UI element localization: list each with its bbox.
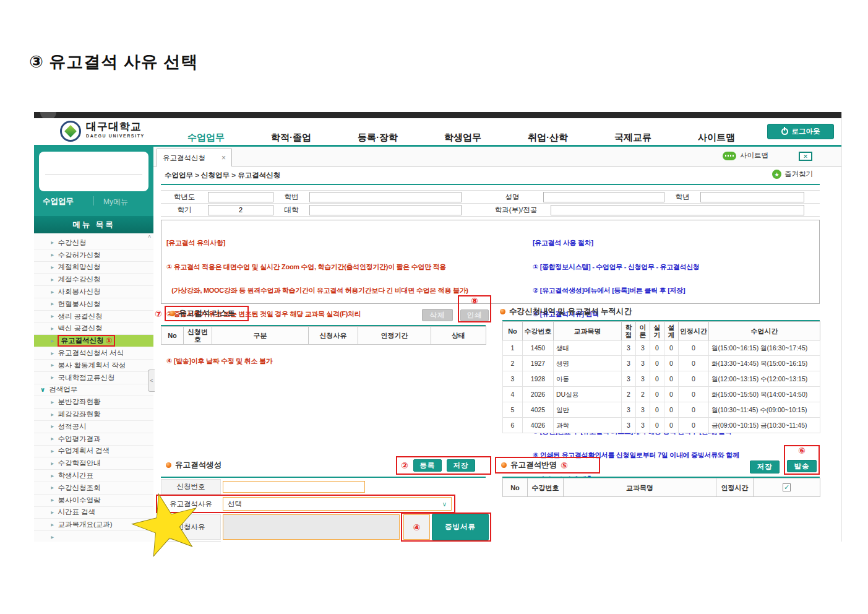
name-label: 성명 [481, 192, 543, 202]
nav-item-student[interactable]: 학생업무 [444, 132, 481, 144]
nav-item-classwork[interactable]: 수업업무 [187, 132, 225, 144]
creation-save-button[interactable]: 저장 [447, 459, 475, 472]
sidebar-item[interactable]: ▶수강신청조회 [34, 482, 153, 495]
year-input[interactable] [208, 192, 273, 202]
student-form-row-1: 학년도 학번 성명 학년 [161, 191, 820, 204]
sidebar-item[interactable]: ▶성적공시 [34, 421, 153, 433]
creation-title: 유고결석생성 [175, 460, 221, 470]
student-form-row-2: 학기 대학 학과(부)/전공 [161, 204, 820, 217]
nav-item-international[interactable]: 국제교류 [614, 132, 651, 144]
sidebar-collapse-handle[interactable]: < [148, 370, 155, 392]
sidebar-item[interactable]: ▶수업계획서 검색 [34, 446, 153, 458]
table-row[interactable]: 11450생태33000월(15:00~16:15) 월(16:30~17:45… [503, 340, 820, 356]
grade-input[interactable] [700, 192, 804, 202]
arrow-icon: ▶ [51, 314, 54, 319]
scroll-up-icon[interactable]: ^ [148, 235, 151, 241]
sidebar-item[interactable]: ▶수강학점안내 [34, 457, 153, 470]
sidebar-item[interactable]: ▶수강신청 [34, 237, 153, 249]
table-row[interactable]: 54025일반33000월(10:30~11:45) 수(09:00~10:15… [503, 402, 820, 418]
arrow-icon: ▶ [51, 425, 54, 429]
sidebar-tab-mymenu[interactable]: My메뉴 [103, 197, 128, 207]
sidebar-item[interactable]: ▶폐강강좌현황 [34, 409, 153, 421]
tab-close-icon[interactable]: × [221, 154, 226, 162]
close-all-tabs-icon[interactable]: ✕ [799, 152, 812, 161]
main-content: 유고결석신청 × 사이트맵 ✕ 수업업무 > 신청업무 > 유고결석신청 ★ 즐… [153, 147, 842, 542]
print-button[interactable]: 인쇄 [460, 309, 489, 321]
favorites-button[interactable]: ★ 즐겨찾기 [772, 170, 813, 179]
sidebar-item[interactable]: ▶학생시간표 [34, 470, 153, 482]
sidebar-item[interactable]: ▶계절희망신청 [34, 262, 153, 274]
sidebar-item[interactable]: ▶봉사 활동계획서 작성 [34, 360, 153, 372]
sidebar-item[interactable]: ▶사회봉사신청 [34, 286, 153, 298]
breadcrumb: 수업업무 > 신청업무 > 유고결석신청 [165, 171, 280, 180]
college-input[interactable] [309, 205, 462, 215]
nav-item-sitemap[interactable]: 사이트맵 [698, 132, 735, 144]
reflection-header-box: 유고결석반영 ⑤ [495, 457, 600, 473]
nav-item-records[interactable]: 학적·졸업 [271, 132, 311, 144]
nav-item-registration[interactable]: 등록·장학 [358, 132, 398, 144]
arrow-icon: ▶ [51, 535, 54, 539]
arrow-icon: ▶ [51, 241, 54, 245]
arrow-icon: ▶ [51, 461, 54, 465]
sidebar-item[interactable]: ▶계절수강신청 [34, 274, 153, 286]
send-button[interactable]: 발송 [787, 460, 817, 472]
table-row[interactable]: 64026과학33000금(09:00~10:15) 금(10:30~11:45… [503, 418, 820, 433]
breadcrumb-row: 수업업무 > 신청업무 > 유고결석신청 ★ 즐겨찾기 [153, 166, 842, 184]
university-subtitle: DAEGU UNIVERSITY [86, 134, 145, 138]
portal-header: 대구대학교 DAEGU UNIVERSITY 수업업무 학적·졸업 등록·장학 … [34, 118, 842, 145]
nav-item-career[interactable]: 취업·산학 [528, 132, 568, 144]
app-no-input[interactable] [223, 481, 365, 493]
arrow-icon: ▶ [51, 363, 54, 368]
sidebar-tab-classwork[interactable]: 수업업무 [43, 196, 74, 207]
name-input[interactable] [543, 192, 664, 202]
table-row[interactable]: 21927생명33000화(13:30~14:45) 목(15:00~16:15… [503, 356, 820, 371]
tab-absence-apply[interactable]: 유고결석신청 × [157, 149, 232, 166]
sidebar-item[interactable]: ▶분반강좌현황 [34, 396, 153, 409]
sidebar-item[interactable]: ▶헌혈봉사신청 [34, 298, 153, 311]
annotation-2: ② [401, 461, 408, 470]
register-button[interactable]: 등록 [413, 459, 442, 472]
absence-list-table: No 신청번호 구분 신청사유 인정기간 상태 [161, 326, 486, 345]
select-all-checkbox[interactable]: ✓ [783, 483, 791, 491]
table-row[interactable]: 42026DU실용22000화(15:00~15:50) 목(14:00~14:… [503, 387, 820, 402]
evidence-button[interactable]: 증빙서류 [432, 514, 489, 540]
student-no-label: 학번 [273, 192, 309, 202]
sitemap-icon [723, 152, 736, 160]
send-annotation-box: ⑥ 발송 [784, 445, 820, 475]
reflection-save-button[interactable]: 저장 [750, 460, 780, 473]
breadcrumb-divider [161, 184, 820, 185]
creation-divider [161, 477, 486, 478]
reason-textarea[interactable] [223, 514, 400, 540]
arrow-icon: ▶ [51, 290, 54, 294]
university-name: 대구대학교 [86, 121, 145, 132]
sidebar-item[interactable]: ▶백신 공결신청 [34, 323, 153, 335]
sidebar-item-absence-apply[interactable]: ▶ 유고결석신청 ① [34, 335, 153, 347]
university-logo [60, 121, 81, 142]
sidebar-item[interactable]: ▶생리 공결신청 [34, 311, 153, 323]
active-item-highlight: 유고결석신청 ① [58, 335, 115, 347]
semester-input[interactable] [208, 205, 273, 215]
arrow-icon: ▶ [51, 486, 54, 490]
student-no-input[interactable] [309, 192, 462, 202]
arrow-icon: ▶ [51, 326, 54, 331]
enrollment-table: No 수강번호 교과목명 학점 이론 실기 설계 인정시간 수업시간 11450… [502, 321, 820, 433]
table-row[interactable]: 31928아동33000월(12:00~13:15) 수(12:00~13:15… [503, 371, 820, 387]
annotation-4: ④ [413, 523, 421, 532]
annotation-7: ⑦ [155, 309, 162, 318]
select-chevron-icon: ∨ [442, 501, 447, 508]
delete-button[interactable]: 삭제 [422, 309, 453, 321]
sitemap-button[interactable]: 사이트맵 [723, 151, 768, 160]
section-bullet-icon [170, 311, 175, 316]
arrow-icon: ▶ [51, 522, 54, 527]
sidebar-item[interactable]: ▶국내학점교류신청 [34, 372, 153, 384]
sidebar-section-search[interactable]: ∨검색업무 [34, 384, 153, 397]
logout-button[interactable]: 로그아웃 [767, 124, 834, 139]
sidebar-item[interactable]: ▶유고결석신청서 서식 [34, 347, 153, 360]
favorites-icon: ★ [772, 170, 781, 179]
page-title: ③ 유고결석 사유 선택 [29, 51, 198, 73]
check-icon: ✓ [784, 484, 789, 491]
sidebar-item[interactable]: ▶수강허가신청 [34, 249, 153, 262]
reason-select[interactable]: 선택 ∨ [223, 497, 452, 511]
sidebar-item[interactable]: ▶수업평가결과 [34, 433, 153, 446]
major-input[interactable] [551, 205, 804, 215]
